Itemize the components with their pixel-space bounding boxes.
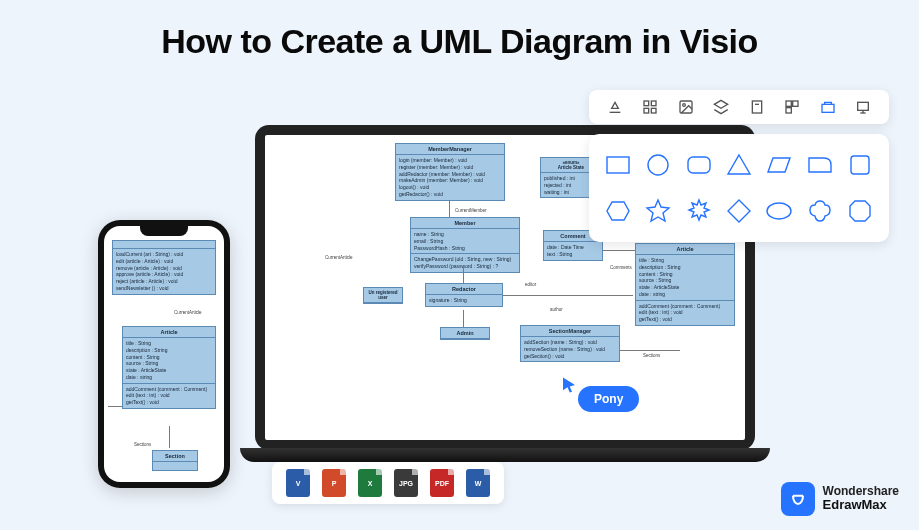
svg-rect-8: [786, 101, 791, 106]
shape-burst[interactable]: [684, 192, 714, 230]
components-icon[interactable]: [783, 98, 801, 116]
connector-label: Sections: [134, 442, 151, 447]
uml-class-unregistered[interactable]: Un registered user: [363, 287, 403, 304]
svg-rect-12: [858, 102, 869, 110]
brand-logo: Wondershare EdrawMax: [781, 482, 899, 516]
uml-class-redactor[interactable]: Redactor signature : String: [425, 283, 503, 307]
uml-class-sectionmanager[interactable]: SectionManager addSection (name : String…: [520, 325, 620, 362]
class-title: Admin: [441, 328, 489, 339]
logo-mark-icon: [781, 482, 815, 516]
svg-rect-11: [822, 104, 834, 112]
shape-star[interactable]: [643, 192, 673, 230]
connector-label: Sections: [643, 353, 660, 358]
shape-ellipse[interactable]: [764, 192, 794, 230]
svg-rect-1: [652, 101, 657, 106]
connector-label: editor: [525, 282, 536, 287]
class-title: Section: [153, 451, 197, 462]
class-title: Article: [123, 327, 215, 338]
svg-rect-9: [793, 101, 798, 106]
class-title: SectionManager: [521, 326, 619, 337]
jpg-export[interactable]: JPG: [394, 469, 418, 497]
collaborator-cursor: Pony: [560, 376, 578, 398]
shape-tab[interactable]: [804, 146, 834, 184]
svg-rect-2: [644, 108, 649, 113]
connector-label: CurrentArticle: [174, 310, 202, 315]
page-icon[interactable]: [748, 98, 766, 116]
shape-rounded-rect[interactable]: [684, 146, 714, 184]
svg-point-19: [767, 203, 791, 219]
fill-icon[interactable]: [606, 98, 624, 116]
svg-rect-3: [652, 108, 657, 113]
collaborator-badge: Pony: [578, 386, 639, 412]
uml-class-admin[interactable]: Admin: [440, 327, 490, 340]
class-title: Member: [411, 218, 519, 229]
shape-octagon[interactable]: [845, 192, 875, 230]
connector-label: Comments: [610, 265, 632, 270]
shape-toolbar: [589, 90, 889, 124]
class-title: Article: [636, 244, 734, 255]
svg-point-16: [648, 155, 668, 175]
shape-triangle[interactable]: [724, 146, 754, 184]
uml-class-phone-article[interactable]: Article title : String description : Str…: [122, 326, 216, 409]
svg-rect-10: [786, 108, 791, 113]
uml-class-phone-section[interactable]: Section: [152, 450, 198, 471]
svg-rect-18: [851, 156, 869, 174]
shape-rectangle[interactable]: [603, 146, 633, 184]
svg-rect-6: [752, 101, 761, 113]
phone-canvas: loadCurrent (art : String) : void edit (…: [104, 226, 224, 482]
grid-icon[interactable]: [641, 98, 659, 116]
visio-export[interactable]: V: [286, 469, 310, 497]
svg-point-5: [682, 104, 685, 107]
svg-rect-0: [644, 101, 649, 106]
shapes-panel: [589, 134, 889, 242]
logo-line2: EdrawMax: [823, 498, 899, 512]
shape-hexagon[interactable]: [603, 192, 633, 230]
presentation-icon[interactable]: [854, 98, 872, 116]
pdf-export[interactable]: PDF: [430, 469, 454, 497]
cursor-icon: [560, 376, 578, 394]
svg-rect-15: [607, 157, 629, 173]
connector-label: author: [550, 307, 563, 312]
ppt-export[interactable]: P: [322, 469, 346, 497]
uml-class-article[interactable]: Article title : String description : Str…: [635, 243, 735, 326]
class-title: Redactor: [426, 284, 502, 295]
shape-circle[interactable]: [643, 146, 673, 184]
connector-label: CurrentArticle: [325, 255, 353, 260]
page-title: How to Create a UML Diagram in Visio: [0, 22, 919, 61]
layers-icon[interactable]: [712, 98, 730, 116]
shape-scalloped[interactable]: [804, 192, 834, 230]
shapes-icon[interactable]: [819, 98, 837, 116]
word-export[interactable]: W: [466, 469, 490, 497]
image-icon[interactable]: [677, 98, 695, 116]
class-title: MemberManager: [396, 144, 504, 155]
uml-class-phone-top[interactable]: loadCurrent (art : String) : void edit (…: [112, 240, 216, 295]
shape-diamond[interactable]: [724, 192, 754, 230]
svg-rect-17: [688, 157, 710, 173]
export-formats-bar: V P X JPG PDF W: [272, 462, 504, 504]
connector-label: CurrentMember: [455, 208, 487, 213]
excel-export[interactable]: X: [358, 469, 382, 497]
uml-class-membermanager[interactable]: MemberManager login (member: Member) : v…: [395, 143, 505, 201]
shape-parallelogram[interactable]: [764, 146, 794, 184]
uml-class-member[interactable]: Member name : String email : String Pass…: [410, 217, 520, 273]
shape-square[interactable]: [845, 146, 875, 184]
phone-mockup: loadCurrent (art : String) : void edit (…: [98, 220, 230, 488]
